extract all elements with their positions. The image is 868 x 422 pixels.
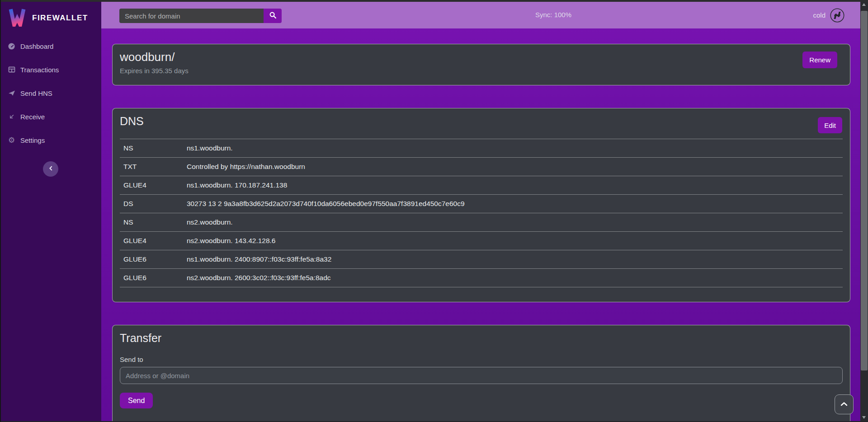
brand[interactable]: FIREWALLET [0, 2, 101, 28]
sidebar-collapse-button[interactable] [43, 161, 58, 177]
window-left-edge [0, 0, 1, 422]
edit-button[interactable]: Edit [818, 117, 842, 133]
firewallet-logo-icon [7, 8, 27, 28]
wallet-name: cold [813, 11, 826, 19]
domain-card: woodburn/ Expires in 395.35 days Renew [112, 44, 850, 85]
dns-records-table: NS ns1.woodburn. TXT Controlled by https… [120, 139, 843, 287]
sidebar-item-dashboard[interactable]: Dashboard [0, 34, 101, 58]
sidebar-item-transactions[interactable]: Transactions [0, 58, 101, 81]
vertical-scrollbar[interactable] [860, 0, 868, 422]
sidebar-item-label: Transactions [20, 66, 59, 74]
table-row: GLUE4 ns1.woodburn. 170.187.241.138 [120, 176, 843, 195]
record-type: NS [120, 213, 183, 232]
sidebar-item-label: Receive [20, 113, 45, 121]
sync-status: Sync: 100% [535, 11, 571, 19]
record-value: ns1.woodburn. 2400:8907::f03c:93ff:fe5a:… [183, 250, 843, 269]
scrollbar-up-arrow-icon[interactable] [862, 3, 866, 6]
main-content: woodburn/ Expires in 395.35 days Renew D… [101, 28, 860, 422]
search-icon [269, 11, 277, 20]
record-value: Controlled by https://nathan.woodburn [183, 158, 843, 176]
domain-expiry: Expires in 395.35 days [120, 67, 843, 75]
table-row: NS ns2.woodburn. [120, 213, 843, 232]
sidebar: FIREWALLET Dashboard [0, 2, 101, 422]
firewallet-app: FIREWALLET Dashboard [0, 0, 868, 422]
scroll-to-top-button[interactable] [835, 394, 854, 414]
sidebar-item-label: Dashboard [20, 42, 53, 50]
dns-card: DNS Edit NS ns1.woodburn. TXT Controlled… [112, 108, 850, 302]
handshake-logo-icon[interactable] [830, 8, 844, 23]
sidebar-item-receive[interactable]: Receive [0, 105, 101, 128]
wallet-indicator: cold [813, 2, 844, 28]
table-row: NS ns1.woodburn. [120, 139, 843, 158]
table-row: GLUE6 ns2.woodburn. 2600:3c02::f03c:93ff… [120, 269, 843, 287]
sidebar-item-label: Settings [20, 136, 45, 144]
brand-name: FIREWALLET [32, 14, 88, 23]
table-row: DS 30273 13 2 9a3a8fb3d625d2a2073d740f10… [120, 195, 843, 213]
send-button[interactable]: Send [120, 393, 153, 408]
window-top-edge [0, 0, 868, 2]
table-row: GLUE6 ns1.woodburn. 2400:8907::f03c:93ff… [120, 250, 843, 269]
table-row: TXT Controlled by https://nathan.woodbur… [120, 158, 843, 176]
sidebar-item-settings[interactable]: ⚙ Settings [0, 128, 101, 152]
table-icon [7, 66, 16, 73]
record-type: GLUE6 [120, 250, 183, 269]
chevron-left-icon [48, 165, 54, 173]
scrollbar-down-arrow-icon[interactable] [862, 416, 866, 419]
record-value: 30273 13 2 9a3a8fb3d625d2a2073d740f10da6… [183, 195, 843, 213]
gauge-icon [7, 42, 16, 50]
domain-title: woodburn/ [120, 50, 843, 64]
paper-plane-icon [7, 89, 16, 97]
record-type: TXT [120, 158, 183, 176]
scrollbar-thumb[interactable] [861, 11, 868, 370]
record-type: GLUE4 [120, 176, 183, 195]
chevron-up-icon [840, 400, 849, 408]
record-value: ns2.woodburn. [183, 213, 843, 232]
send-to-label: Send to [120, 356, 843, 363]
renew-button[interactable]: Renew [802, 52, 837, 68]
table-row: GLUE4 ns2.woodburn. 143.42.128.6 [120, 232, 843, 250]
record-type: DS [120, 195, 183, 213]
record-value: ns1.woodburn. [183, 139, 843, 158]
record-type: GLUE4 [120, 232, 183, 250]
record-type: NS [120, 139, 183, 158]
arrow-down-left-icon [7, 113, 16, 120]
search-input[interactable] [119, 9, 264, 23]
transfer-title: Transfer [120, 332, 843, 345]
sidebar-item-send-hns[interactable]: Send HNS [0, 81, 101, 105]
sidebar-item-label: Send HNS [20, 89, 52, 97]
dns-title: DNS [120, 115, 843, 128]
search-button[interactable] [264, 9, 282, 23]
record-value: ns2.woodburn. 2600:3c02::f03c:93ff:fe5a:… [183, 269, 843, 287]
domain-search [119, 9, 282, 23]
record-value: ns2.woodburn. 143.42.128.6 [183, 232, 843, 250]
gear-icon: ⚙ [7, 136, 16, 144]
topbar: Sync: 100% cold [101, 2, 868, 28]
transfer-address-input[interactable] [120, 367, 843, 384]
record-type: GLUE6 [120, 269, 183, 287]
sidebar-nav: Dashboard Transactions S [0, 34, 101, 152]
transfer-card: Transfer Send to Send [112, 325, 850, 422]
record-value: ns1.woodburn. 170.187.241.138 [183, 176, 843, 195]
